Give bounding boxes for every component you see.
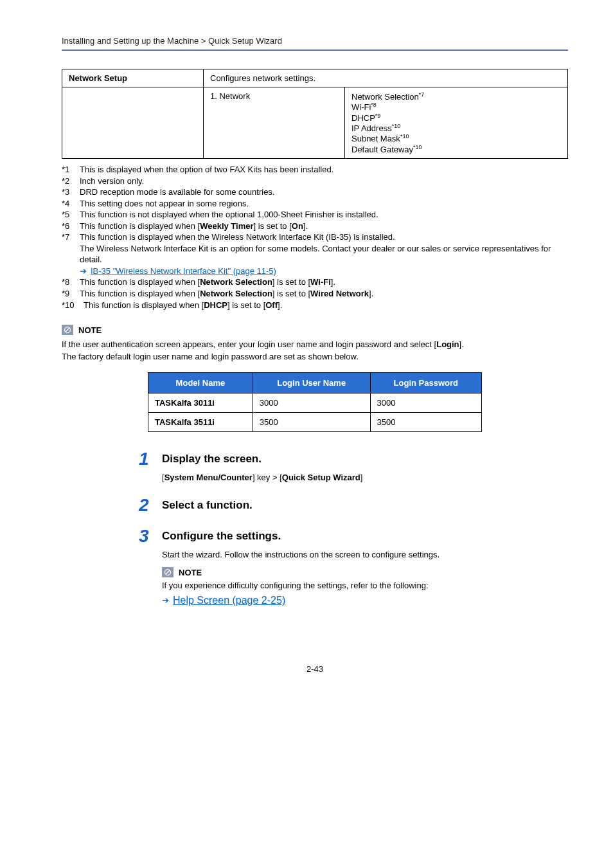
fn-text: This function is displayed when [Network… xyxy=(80,276,568,288)
step-body: Start the wizard. Follow the instruction… xyxy=(162,549,568,561)
note-label: NOTE xyxy=(179,568,202,577)
netopt-label: Subnet Mask xyxy=(351,134,400,144)
fn-num: *1 xyxy=(62,164,80,176)
step-number: 1 xyxy=(139,450,162,468)
fn-num: *2 xyxy=(62,176,80,187)
fn-num: *4 xyxy=(62,198,80,210)
fn-text: This function is displayed when [Weekly … xyxy=(80,221,568,232)
fn-text: Inch version only. xyxy=(80,176,568,187)
table-row: TASKalfa 3011i 3000 3000 xyxy=(148,393,482,412)
netopt-label: Default Gateway xyxy=(351,145,413,154)
note-icon xyxy=(162,567,173,577)
login-pass: 3000 xyxy=(370,393,481,412)
step-number: 3 xyxy=(139,527,162,545)
note-body: If the user authentication screen appear… xyxy=(62,339,568,363)
note-label: NOTE xyxy=(78,325,102,335)
arrow-icon: ➔ xyxy=(80,266,87,277)
fn-num: *8 xyxy=(62,276,80,288)
step-3: 3 Configure the settings. Start the wiza… xyxy=(139,527,568,606)
fn-text: This function is displayed when [DHCP] i… xyxy=(84,300,568,311)
login-user: 3500 xyxy=(253,412,370,431)
svg-line-3 xyxy=(166,570,170,574)
footnotes: *1This is displayed when the option of t… xyxy=(62,164,568,311)
step-title: Display the screen. xyxy=(162,453,262,466)
network-subitem: 1. Network xyxy=(204,87,345,159)
footnote-link-ib35[interactable]: IB-35 "Wireless Network Interface Kit" (… xyxy=(91,266,276,277)
network-setup-header: Network Setup xyxy=(62,69,204,87)
fn-num: *6 xyxy=(62,221,80,232)
login-model: TASKalfa 3511i xyxy=(148,412,253,431)
step-number: 2 xyxy=(139,496,162,514)
netopt-label: IP Address xyxy=(351,123,392,133)
arrow-icon: ➔ xyxy=(162,595,169,605)
netopt-label: Network Selection xyxy=(351,92,419,102)
fn-text: This function is displayed when the Wire… xyxy=(80,231,568,266)
network-setup-table: Network Setup Configures network setting… xyxy=(62,69,568,159)
network-setup-empty xyxy=(62,87,204,159)
login-th-model: Model Name xyxy=(148,372,253,393)
note-body: If you experience difficulty configuring… xyxy=(162,580,568,592)
note-icon xyxy=(62,325,73,335)
fn-text: This function is not displayed when the … xyxy=(80,209,568,221)
step-title: Configure the settings. xyxy=(162,530,281,543)
help-screen-link[interactable]: Help Screen (page 2-25) xyxy=(173,595,285,606)
netopt-sup: *9 xyxy=(375,113,381,119)
netopt-sup: *10 xyxy=(400,133,409,140)
fn-num: *7 xyxy=(62,231,80,266)
fn-text: This is displayed when the option of two… xyxy=(80,164,568,176)
fn-num: *3 xyxy=(62,186,80,198)
steps: 1 Display the screen. [System Menu/Count… xyxy=(139,450,568,606)
note-header: NOTE xyxy=(162,567,568,577)
fn-text: This setting does not appear in some reg… xyxy=(80,198,568,210)
netopt-sup: *7 xyxy=(419,91,425,98)
login-pass: 3500 xyxy=(370,412,481,431)
note-header: NOTE xyxy=(62,325,568,335)
login-table: Model Name Login User Name Login Passwor… xyxy=(148,372,482,432)
step-1: 1 Display the screen. [System Menu/Count… xyxy=(139,450,568,484)
fn-text: This function is displayed when [Network… xyxy=(80,288,568,300)
table-row: TASKalfa 3511i 3500 3500 xyxy=(148,412,482,431)
network-setup-desc: Configures network settings. xyxy=(204,69,568,87)
login-model: TASKalfa 3011i xyxy=(148,393,253,412)
netopt-sup: *10 xyxy=(392,123,401,129)
netopt-label: DHCP xyxy=(351,113,375,123)
svg-line-1 xyxy=(66,328,69,332)
network-options: Network Selection*7 Wi-Fi*8 DHCP*9 IP Ad… xyxy=(345,87,568,159)
login-user: 3000 xyxy=(253,393,370,412)
netopt-sup: *10 xyxy=(413,144,422,150)
step-2: 2 Select a function. xyxy=(139,496,568,514)
login-th-pass: Login Password xyxy=(370,372,481,393)
header-divider xyxy=(62,50,568,51)
fn-num: *9 xyxy=(62,288,80,300)
step-body: [System Menu/Counter] key > [Quick Setup… xyxy=(162,472,568,484)
breadcrumb: Installing and Setting up the Machine > … xyxy=(62,36,568,46)
step-title: Select a function. xyxy=(162,499,253,512)
login-th-user: Login User Name xyxy=(253,372,370,393)
fn-num: *5 xyxy=(62,209,80,221)
fn-text: DRD reception mode is available for some… xyxy=(80,186,568,198)
page-number: 2-43 xyxy=(62,664,568,674)
fn-num: *10 xyxy=(62,300,84,311)
netopt-label: Wi-Fi xyxy=(351,103,371,113)
netopt-sup: *8 xyxy=(371,102,377,108)
